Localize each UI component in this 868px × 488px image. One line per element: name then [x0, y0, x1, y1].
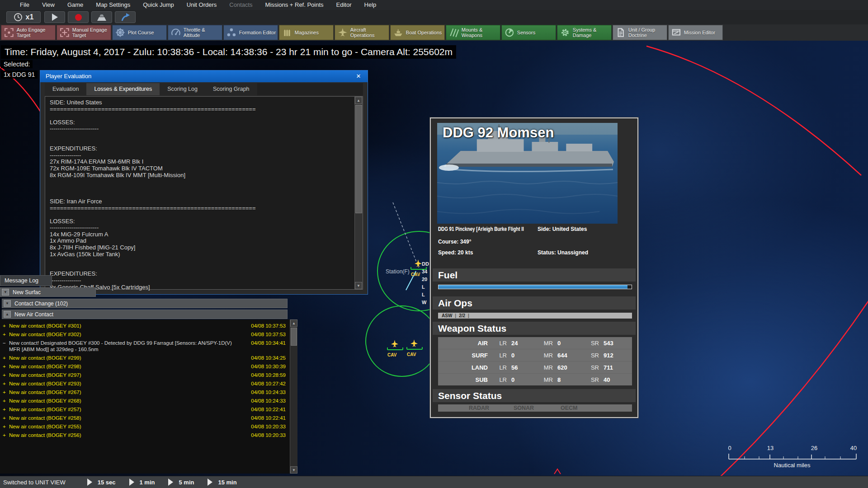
expand-icon[interactable]: − [3, 340, 7, 346]
plot-course-button[interactable]: Plot Course [112, 25, 167, 40]
aircraft-operations-button[interactable]: Aircraft Operations [335, 25, 389, 40]
message-row[interactable]: + New air contact (BOGEY #297) 04/08 10:… [0, 370, 297, 378]
menu-item[interactable]: Contacts [223, 0, 259, 10]
dialog-tab[interactable]: Scoring Graph [205, 83, 257, 95]
menu-item[interactable]: Unit Orders [180, 0, 223, 10]
expand-icon[interactable]: + [3, 389, 7, 395]
manual-engage-target-button[interactable]: Manual Engage Target [57, 25, 111, 40]
menu-item[interactable]: View [36, 0, 61, 10]
sonar-toggle[interactable]: SONAR [514, 405, 534, 411]
dialog-title-bar[interactable]: Player Evaluation ✕ [40, 70, 368, 82]
expand-icon[interactable]: + [3, 380, 7, 387]
clock-icon [14, 13, 23, 22]
weapon-status-row: LAND LR 56 MR 620 SR 711 [438, 361, 632, 374]
chevron-down-icon[interactable]: ▼ [4, 300, 11, 307]
scroll-down-icon[interactable]: ▼ [355, 282, 362, 289]
menu-item[interactable]: Game [61, 0, 90, 10]
play-button[interactable] [44, 11, 65, 23]
time-step-preset-button[interactable]: 15 sec [87, 479, 116, 486]
jump-to-button[interactable] [115, 11, 136, 23]
message-row[interactable]: + New air contact (BOGEY #256) 04/08 10:… [0, 430, 297, 438]
expand-icon[interactable]: + [3, 323, 7, 329]
message-row[interactable]: + New air contact (BOGEY #302) 04/08 10:… [0, 329, 297, 338]
message-log-tab[interactable]: Message Log [0, 275, 52, 286]
unit-group-doctrine-button[interactable]: Unit / Group Doctrine [613, 25, 667, 40]
menu-item[interactable]: Quick Jump [137, 0, 180, 10]
expand-icon[interactable]: + [3, 423, 7, 430]
oecm-toggle[interactable]: OECM [561, 405, 578, 411]
aircraft-unit-cav-2[interactable]: CAV [387, 340, 404, 361]
aircraft-unit-cav-1[interactable]: CAV [410, 259, 427, 280]
scale-tick-label: 26 [811, 445, 817, 451]
expand-icon[interactable]: + [3, 406, 7, 413]
dialog-tab[interactable]: Evaluation [45, 83, 86, 95]
scrollbar-thumb[interactable] [355, 105, 362, 213]
lr-count: 0 [507, 376, 528, 383]
expand-icon[interactable]: + [3, 363, 7, 370]
auto-engage-target-button[interactable]: Auto Engage Target [1, 25, 56, 40]
expand-icon[interactable]: + [3, 372, 7, 378]
menu-item[interactable]: Missions + Ref. Points [259, 0, 330, 10]
time-step-button[interactable] [91, 11, 112, 23]
message-text: New air contact (BOGEY #302) [9, 331, 247, 338]
expand-icon[interactable]: + [3, 331, 7, 338]
time-speed-label: x1 [26, 13, 34, 21]
scroll-up-icon[interactable]: ▲ [355, 97, 362, 104]
weapon-category: SUB [438, 376, 488, 383]
menu-item[interactable]: Editor [330, 0, 358, 10]
menu-item[interactable]: File [14, 0, 36, 10]
scrollbar-thumb[interactable] [291, 328, 297, 346]
message-row[interactable]: + New air contact (BOGEY #255) 04/08 10:… [0, 421, 297, 430]
record-button[interactable] [68, 11, 89, 23]
message-row[interactable]: + New air contact (BOGEY #267) 04/08 10:… [0, 387, 297, 395]
mr-count: 644 [553, 352, 579, 359]
log-group-new-surface-contact[interactable]: ▼ New Surfac [0, 287, 96, 297]
expand-icon[interactable]: + [3, 432, 7, 438]
aircraft-unit-cav-3[interactable]: CAV [406, 339, 423, 360]
magazines-button[interactable]: Magazines [279, 25, 334, 40]
time-step-preset-button[interactable]: 1 min [129, 479, 155, 486]
sensors-button[interactable]: Sensors [501, 25, 556, 40]
log-group-contact-change[interactable]: ▼ Contact Change (102) [2, 299, 288, 308]
expand-icon[interactable]: + [3, 398, 7, 404]
message-row[interactable]: + New air contact (BOGEY #301) 04/08 10:… [0, 320, 297, 329]
message-row[interactable]: − New contact! Designated BOGEY #300 - D… [0, 338, 297, 352]
scroll-up-icon[interactable]: ▲ [290, 319, 297, 327]
air-ops-status-bar[interactable]: ASW|2/2| [438, 313, 632, 319]
chevron-down-icon[interactable]: ▼ [2, 289, 9, 296]
message-row[interactable]: + New air contact (BOGEY #257) 04/08 10:… [0, 404, 297, 413]
message-row[interactable]: + New air contact (BOGEY #298) 04/08 10:… [0, 361, 297, 370]
scroll-down-icon[interactable]: ▼ [290, 466, 297, 474]
time-step-preset-button[interactable]: 15 min [208, 479, 236, 486]
mission-editor-button[interactable]: Mission Editor [668, 25, 723, 40]
message-row[interactable]: + New air contact (BOGEY #258) 04/08 10:… [0, 413, 297, 421]
dialog-tab[interactable]: Scoring Log [160, 83, 205, 95]
time-compression-button[interactable]: x1 [6, 11, 41, 23]
close-icon[interactable]: ✕ [354, 70, 363, 82]
radar-toggle[interactable]: RADAR [469, 405, 489, 411]
unit-speed-label: Speed: 20 kts [438, 249, 473, 256]
unit-course-label: Course: 349° [438, 239, 472, 245]
step-arrow-icon [129, 479, 134, 486]
time-step-preset-button[interactable]: 5 min [168, 479, 194, 486]
message-row[interactable]: + New air contact (BOGEY #293) 04/08 10:… [0, 378, 297, 387]
menu-item[interactable]: Help [358, 0, 383, 10]
message-row[interactable]: + New air contact (BOGEY #299) 04/08 10:… [0, 352, 297, 361]
dialog-scrollbar[interactable]: ▲ ▼ [354, 97, 363, 289]
message-list-scrollbar[interactable]: ▲ ▼ [290, 319, 297, 474]
message-row[interactable]: + New air contact (BOGEY #268) 04/08 10:… [0, 395, 297, 404]
formation-editor-button[interactable]: Formation Editor [223, 25, 278, 40]
expand-icon[interactable]: + [3, 415, 7, 421]
status-bar: Switched to UNIT VIEW 15 sec 1 min 5 min… [0, 476, 868, 488]
menu-item[interactable]: Map Settings [90, 0, 137, 10]
scale-tick-label: 0 [728, 445, 731, 451]
boat-operations-button[interactable]: Boat Operations [390, 25, 445, 40]
mounts-weapons-button[interactable]: Mounts & Weapons [446, 25, 500, 40]
dialog-tab[interactable]: Losses & Expenditures [86, 83, 160, 95]
log-group-new-air-contact[interactable]: ▲ New Air Contact [2, 310, 288, 319]
systems-damage-button[interactable]: Systems & Damage [557, 25, 612, 40]
fighter-icon [410, 339, 418, 347]
throttle-altitude-button[interactable]: Throttle & Altitude [168, 25, 222, 40]
chevron-up-icon[interactable]: ▲ [4, 311, 11, 318]
expand-icon[interactable]: + [3, 355, 7, 361]
